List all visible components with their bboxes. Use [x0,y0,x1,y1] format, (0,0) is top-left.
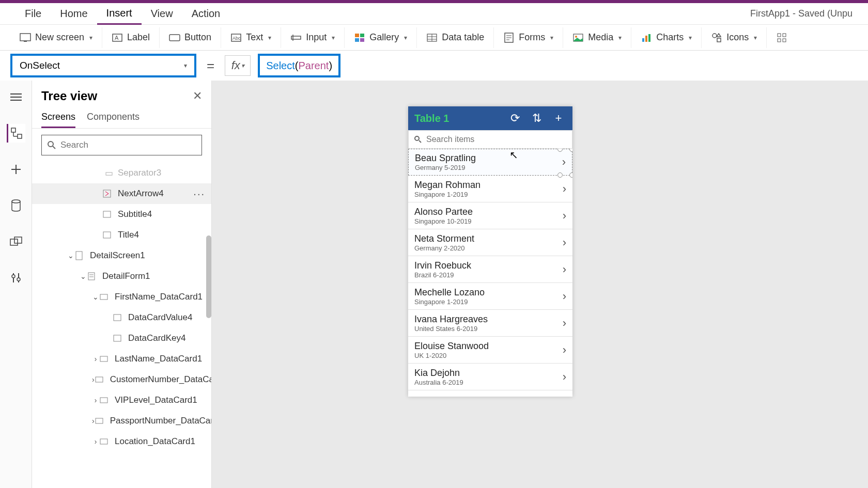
preview-search-input[interactable] [426,135,567,144]
svg-rect-60 [100,356,107,361]
chevron-right-icon[interactable]: › [563,182,566,196]
forms-label: Forms [519,32,545,43]
data-rail-button[interactable] [7,196,25,215]
property-dropdown[interactable]: OnSelect ▾ [10,54,196,77]
label-button[interactable]: A Label [102,27,160,48]
tree-node-detailscreen[interactable]: ⌄ DetailScreen1 [32,245,211,266]
chevron-right-icon[interactable]: › [563,290,566,303]
tools-rail-button[interactable] [7,269,25,287]
menu-view[interactable]: View [142,4,182,24]
chevron-right-icon[interactable]: › [563,317,566,330]
selection-handle[interactable] [557,149,563,152]
tree-node-datacardkey[interactable]: DataCardKey4 [32,328,211,349]
selection-handle[interactable] [569,149,572,152]
svg-rect-1 [24,41,27,42]
table-icon [426,32,438,43]
new-screen-button[interactable]: New screen ▾ [10,27,102,48]
tab-components[interactable]: Components [87,107,140,128]
input-button[interactable]: Input ▾ [281,27,345,48]
add-icon[interactable]: + [551,112,566,125]
collapse-icon[interactable]: ⌄ [80,272,87,280]
expand-icon[interactable]: › [92,355,99,363]
insert-rail-button[interactable] [7,160,25,179]
list-item-name: Neta Storment [414,233,563,244]
list-item[interactable]: Mechelle LozanoSingapore 1-2019› [408,283,572,310]
preview-list: Beau SpratlingGermany 5-2019 › Megan Roh… [408,149,572,397]
menu-action[interactable]: Action [182,4,230,24]
button-button[interactable]: Button [160,27,221,48]
svg-rect-52 [103,232,111,238]
menu-file[interactable]: File [16,4,51,24]
hamburger-button[interactable] [7,88,25,106]
expand-icon[interactable]: › [92,437,99,446]
tree-node-nextarrow[interactable]: NextArrow4 ··· [32,183,211,204]
chevron-right-icon[interactable]: › [563,343,566,357]
canvas-area[interactable]: Table 1 ⟳ ⇅ + Beau SpratlingGermany 5-20… [212,81,868,488]
collapse-icon[interactable]: ⌄ [92,293,99,301]
tree-search-input[interactable] [60,140,196,150]
list-item[interactable]: Kia DejohnAustralia 6-2019› [408,364,572,390]
list-item[interactable]: Irvin RoebuckBrazil 6-2019› [408,256,572,283]
list-item[interactable]: Beau SpratlingGermany 5-2019 › [408,149,572,176]
list-item[interactable]: Alonso ParteeSingapore 10-2019› [408,202,572,229]
tree-search-box[interactable] [41,135,202,155]
tree-node-custnum-card[interactable]: › CustomerNumber_DataCard1 [32,369,211,390]
sort-icon[interactable]: ⇅ [529,112,545,125]
charts-button[interactable]: Charts ▾ [631,27,702,48]
preview-search-box[interactable] [408,130,572,149]
svg-rect-25 [648,34,650,42]
tree-node-label: DataCardKey4 [128,333,186,343]
more-ribbon-button[interactable] [767,27,797,48]
tree-node-label: Subtitle4 [118,209,152,219]
refresh-icon[interactable]: ⟳ [507,112,523,125]
tree-node-label: VIPLevel_DataCard1 [115,395,197,405]
tree-node-viplevel-card[interactable]: › VIPLevel_DataCard1 [32,390,211,411]
expand-icon[interactable]: › [92,396,99,404]
tree-node-title[interactable]: Title4 [32,225,211,245]
more-icon[interactable]: ··· [193,188,205,200]
tab-screens[interactable]: Screens [41,107,75,128]
tree-node-datacardvalue[interactable]: DataCardValue4 [32,307,211,328]
tree-node-passport-card[interactable]: › PassportNumber_DataCard1 [32,411,211,431]
chevron-right-icon[interactable]: › [563,263,566,276]
svg-rect-24 [645,36,647,42]
label-icon [115,334,124,343]
tree-node-subtitle[interactable]: Subtitle4 [32,204,211,225]
gallery-button[interactable]: Gallery ▾ [345,27,417,48]
chevron-right-icon[interactable]: › [563,209,566,223]
icons-button[interactable]: Icons ▾ [702,27,767,48]
card-icon [97,416,106,426]
list-item[interactable]: Neta StormentGermany 2-2020› [408,229,572,256]
tree-node-detailform[interactable]: ⌄ DetailForm1 [32,266,211,287]
chevron-right-icon[interactable]: › [563,370,566,384]
list-item-sub: United States 6-2019 [414,325,563,333]
list-item[interactable]: Megan RohmanSingapore 1-2019› [408,176,572,202]
fx-button[interactable]: fx ▾ [225,55,251,76]
chevron-right-icon[interactable]: › [562,155,566,169]
collapse-icon[interactable]: ⌄ [67,251,74,260]
tree-scrollbar[interactable] [206,235,211,318]
menu-insert[interactable]: Insert [97,3,142,25]
svg-rect-64 [100,439,107,444]
tree-node-location-card[interactable]: › Location_DataCard1 [32,431,211,452]
list-item[interactable]: Elouise StanwoodUK 1-2020› [408,337,572,364]
data-table-button[interactable]: Data table [417,27,494,48]
tree-view-button[interactable] [7,124,25,143]
formula-input[interactable]: Select(Parent) [258,54,340,77]
forms-button[interactable]: Forms ▾ [494,27,563,48]
chevron-right-icon[interactable]: › [563,236,566,249]
tree-node-lastname-card[interactable]: › LastName_DataCard1 [32,349,211,369]
media-button[interactable]: Media ▾ [563,27,631,48]
list-item[interactable]: Ivana HargreavesUnited States 6-2019› [408,310,572,337]
media-rail-button[interactable] [7,232,25,251]
text-button[interactable]: Abc Text ▾ [221,27,281,48]
tree-node-separator[interactable]: ▭ Separator3 [32,163,211,183]
expand-icon[interactable]: › [92,375,95,384]
close-icon[interactable]: ✕ [193,89,202,103]
list-item-sub: Singapore 1-2019 [414,298,563,306]
svg-rect-57 [100,294,107,300]
menu-home[interactable]: Home [51,4,97,24]
list-item[interactable]: Tamica Trickett› [408,390,572,397]
tree-node-firstname-card[interactable]: ⌄ FirstName_DataCard1 [32,287,211,307]
expand-icon[interactable]: › [92,417,95,425]
